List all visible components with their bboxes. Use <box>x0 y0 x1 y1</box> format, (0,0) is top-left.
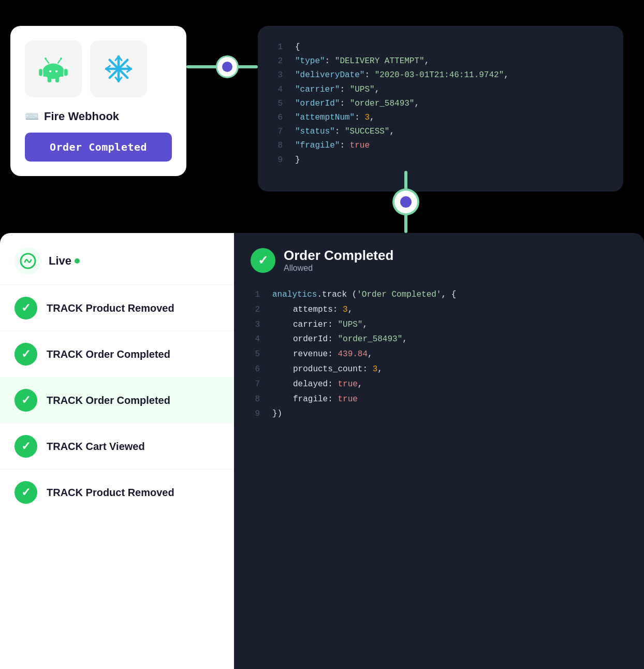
code-line-4: 4 "carrier": "UPS", <box>273 83 608 97</box>
detail-line-3: 3 carrier: "UPS", <box>251 317 627 332</box>
line-num-9: 9 <box>273 153 283 167</box>
detail-code-block: 1 analytics.track ('Order Completed', { … <box>251 287 627 421</box>
detail-line-5: 5 revenue: 439.84, <box>251 347 627 362</box>
code-block-top: 1 { 2 "type": "DELIVERY ATTEMPT", 3 "del… <box>273 40 608 167</box>
check-circle-1: ✓ <box>14 297 37 319</box>
event-item-4[interactable]: ✓ TRACK Cart Viewed <box>0 424 234 470</box>
connector-dot <box>217 57 237 77</box>
webhook-icons <box>25 40 172 97</box>
event-list-panel: Live ✓ TRACK Product Removed ✓ TRACK Ord… <box>0 233 234 669</box>
check-circle-3: ✓ <box>14 389 37 412</box>
snowflake-svg-icon <box>103 53 134 84</box>
check-mark-2: ✓ <box>21 347 31 361</box>
line-num-5: 5 <box>273 97 283 111</box>
event-item-2[interactable]: ✓ TRACK Order Completed <box>0 331 234 377</box>
code-line-5: 5 "orderId": "order_58493", <box>273 97 608 111</box>
live-text: Live <box>49 254 71 268</box>
detail-line-num-7: 7 <box>251 377 260 392</box>
detail-title: Order Completed <box>284 248 393 264</box>
line-num-3: 3 <box>273 68 283 82</box>
event-item-5[interactable]: ✓ TRACK Product Removed <box>0 470 234 515</box>
detail-line-num-8: 8 <box>251 392 260 407</box>
event-label-5: TRACK Product Removed <box>47 487 174 499</box>
code-line-9: 9 } <box>273 153 608 167</box>
fire-webhook-label: ⌨️ Fire Webhook <box>25 110 172 123</box>
detail-check-circle: ✓ <box>251 248 275 273</box>
check-mark-5: ✓ <box>21 486 31 499</box>
event-label-4: TRACK Cart Viewed <box>47 441 145 453</box>
detail-line-num-1: 1 <box>251 287 260 302</box>
detail-line-num-9: 9 <box>251 406 260 421</box>
line-num-2: 2 <box>273 54 283 68</box>
top-connector <box>186 57 258 77</box>
svg-rect-8 <box>39 69 42 76</box>
svg-rect-11 <box>55 76 60 82</box>
live-dot <box>75 258 80 264</box>
event-item-1[interactable]: ✓ TRACK Product Removed <box>0 285 234 331</box>
code-line-1: 1 { <box>273 40 608 54</box>
connector-line-right <box>237 65 258 68</box>
v-line-top <box>404 171 407 191</box>
detail-panel: ✓ Order Completed Allowed 1 analytics.tr… <box>234 233 644 669</box>
event-label-1: TRACK Product Removed <box>47 302 174 314</box>
line-num-6: 6 <box>273 111 283 125</box>
detail-header: ✓ Order Completed Allowed <box>251 248 627 273</box>
check-circle-4: ✓ <box>14 435 37 458</box>
detail-line-num-5: 5 <box>251 347 260 362</box>
panel-header: Live <box>0 233 234 285</box>
detail-line-4: 4 orderId: "order_58493", <box>251 332 627 347</box>
top-section: ⌨️ Fire Webhook Order Completed 1 { 2 "t… <box>0 0 644 228</box>
svg-point-5 <box>45 57 47 60</box>
detail-line-7: 7 delayed: true, <box>251 377 627 392</box>
detail-line-8: 8 fragile: true <box>251 392 627 407</box>
code-line-6: 6 "attemptNum": 3, <box>273 111 608 125</box>
check-mark-1: ✓ <box>21 301 31 315</box>
detail-line-2: 2 attempts: 3, <box>251 302 627 317</box>
detail-line-1: 1 analytics.track ('Order Completed', { <box>251 287 627 302</box>
code-line-8: 8 "fragile": true <box>273 139 608 153</box>
connector-dot-inner <box>222 62 232 72</box>
detail-line-6: 6 products_count: 3, <box>251 362 627 377</box>
svg-rect-10 <box>48 76 52 82</box>
v-line-bottom <box>404 213 407 233</box>
svg-line-6 <box>58 59 61 63</box>
detail-check-mark: ✓ <box>258 253 268 268</box>
json-panel-top: 1 { 2 "type": "DELIVERY ATTEMPT", 3 "del… <box>258 26 623 192</box>
detail-line-num-4: 4 <box>251 332 260 347</box>
line-num-7: 7 <box>273 125 283 139</box>
live-icon-circle <box>14 248 41 274</box>
fire-webhook-text: Fire Webhook <box>44 110 119 123</box>
v-dot-inner <box>400 196 412 208</box>
code-line-2: 2 "type": "DELIVERY ATTEMPT", <box>273 54 608 68</box>
check-mark-4: ✓ <box>21 440 31 453</box>
code-line-7: 7 "status": "SUCCESS", <box>273 125 608 139</box>
check-circle-2: ✓ <box>14 343 37 366</box>
line-num-8: 8 <box>273 139 283 153</box>
detail-line-num-2: 2 <box>251 302 260 317</box>
line-num-1: 1 <box>273 40 283 54</box>
connector-line-left <box>186 65 217 68</box>
svg-rect-9 <box>64 69 68 76</box>
svg-line-4 <box>46 59 49 63</box>
live-label: Live <box>49 254 80 268</box>
code-line-3: 3 "deliveryDate": "2020-03-01T21:46:11.9… <box>273 68 608 82</box>
bottom-section: Live ✓ TRACK Product Removed ✓ TRACK Ord… <box>0 233 644 669</box>
webhook-grid-icon: ⌨️ <box>25 110 39 123</box>
vertical-connector <box>394 171 417 233</box>
order-completed-button[interactable]: Order Completed <box>25 133 172 162</box>
event-item-3[interactable]: ✓ TRACK Order Completed <box>0 377 234 424</box>
android-icon <box>38 53 69 84</box>
svg-point-7 <box>60 57 62 60</box>
event-label-3: TRACK Order Completed <box>47 395 170 406</box>
line-num-4: 4 <box>273 83 283 97</box>
detail-title-block: Order Completed Allowed <box>284 248 393 273</box>
detail-line-num-6: 6 <box>251 362 260 377</box>
segment-icon <box>20 253 36 269</box>
check-circle-5: ✓ <box>14 481 37 504</box>
android-icon-box <box>25 40 82 97</box>
detail-subtitle: Allowed <box>284 264 393 273</box>
snowflake-icon-box <box>90 40 147 97</box>
event-label-2: TRACK Order Completed <box>47 348 170 360</box>
detail-line-9: 9 }) <box>251 406 627 421</box>
v-dot <box>394 191 417 213</box>
